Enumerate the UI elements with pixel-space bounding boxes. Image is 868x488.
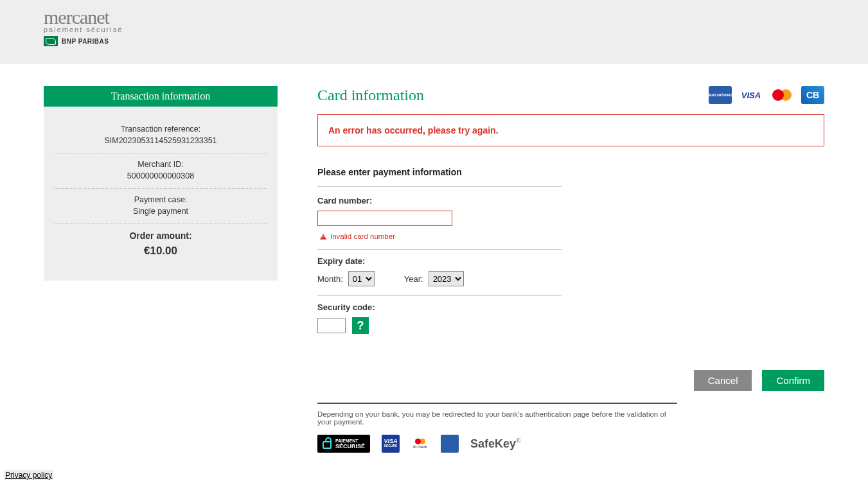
card-number-label: Card number: [317,196,562,205]
transaction-sidebar: Transaction information Transaction refe… [44,86,278,281]
year-label: Year: [404,274,423,284]
payment-case-label: Payment case: [54,195,267,204]
amex-logo-icon [709,86,732,104]
error-banner: An error has occurred, please try again. [317,114,824,146]
safekey-logo: SafeKey® [470,437,520,451]
tx-ref-value: SIM2023053114525931233351 [54,136,267,145]
header-bar: mercanet paiement sécurisé BNP PARIBAS [0,0,868,64]
mercanet-logo: mercanet paiement sécurisé BNP PARIBAS [44,6,123,46]
merchant-value: 500000000000308 [54,171,267,180]
visa-logo-icon: VISA [740,86,763,104]
cvv-group: Security code: ? [317,296,562,343]
payment-case-value: Single payment [54,207,267,216]
page-title: Card information [317,87,424,104]
paiement-securise-badge: PAIEMENT SÉCURISÉ [317,435,370,453]
card-number-error: Invalid card number [317,232,562,240]
expiry-group: Expiry date: Month: 01 Year: 2023 [317,250,562,296]
payment-case-row: Payment case: Single payment [54,189,267,224]
cvv-help-button[interactable]: ? [352,317,369,334]
cvv-label: Security code: [317,302,562,312]
order-amount-label: Order amount: [54,231,267,241]
amex-blue-badge [441,435,459,453]
confirm-button[interactable]: Confirm [762,370,824,391]
cb-logo-icon [801,86,824,104]
month-select[interactable]: 01 [348,271,375,286]
cvv-input[interactable] [317,318,346,333]
bnp-logo: BNP PARIBAS [44,36,123,46]
order-amount-value: €10.00 [54,245,267,257]
accepted-cards: VISA [709,86,824,104]
brand-name: mercanet [44,6,123,28]
main-panel: Card information VISA An error has occur… [317,86,824,453]
order-amount-row: Order amount: €10.00 [54,224,267,265]
mastercard-idcheck-badge: ID Check [411,435,429,453]
form-heading: Please enter payment information [317,167,562,187]
expiry-label: Expiry date: [317,256,562,266]
visa-secure-badge: VISA SECURE [382,435,400,453]
warning-icon [320,234,326,240]
action-buttons: Cancel Confirm [317,370,824,391]
transaction-reference-row: Transaction reference: SIM20230531145259… [54,118,267,153]
cancel-button[interactable]: Cancel [694,370,752,391]
card-number-input[interactable] [317,211,452,226]
mastercard-logo-icon [770,86,793,104]
card-error-text: Invalid card number [330,232,395,240]
sidebar-title: Transaction information [44,86,278,107]
merchant-id-row: Merchant ID: 500000000000308 [54,153,267,189]
security-logos: PAIEMENT SÉCURISÉ VISA SECURE ID Check S… [317,435,824,453]
lock-icon [323,441,332,449]
bnp-stars-icon [44,36,58,46]
card-number-group: Card number: Invalid card number [317,189,562,250]
year-select[interactable]: 2023 [429,271,464,286]
redirect-note: Depending on your bank, you may be redir… [317,403,677,426]
month-label: Month: [317,274,343,284]
bank-name: BNP PARIBAS [62,38,109,45]
merchant-label: Merchant ID: [54,160,267,169]
tx-ref-label: Transaction reference: [54,125,267,134]
